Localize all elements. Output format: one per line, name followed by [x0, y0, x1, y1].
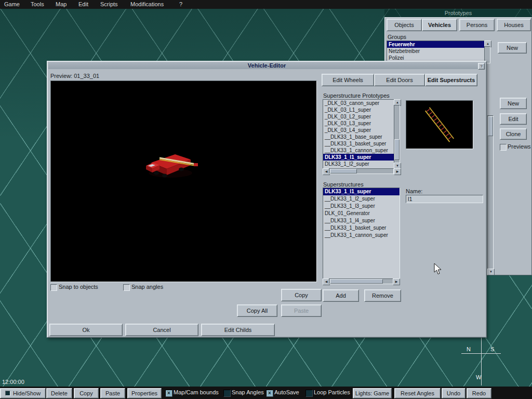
tab-objects[interactable]: Objects: [387, 19, 422, 31]
tab-vehicles[interactable]: Vehicles: [422, 19, 457, 31]
lights-button[interactable]: Lights: Game: [353, 388, 392, 398]
vehicle-editor-dialog: Vehicle-Editor ? Preview: 01_33_01 Edit …: [47, 61, 487, 338]
right-arrow-icon[interactable]: ▶: [393, 278, 400, 285]
fire-truck-preview: [142, 141, 209, 185]
snap-angles-checkbox[interactable]: [123, 284, 130, 291]
list-item-super[interactable]: __DLK33_1_l3_super: [323, 203, 400, 210]
list-item-group[interactable]: Netzbetreiber: [387, 48, 485, 55]
list-item-super[interactable]: __DLK33_1_basket_super: [323, 224, 400, 232]
preview-label: Preview: 01_33_01: [50, 73, 99, 79]
prototype-new-button[interactable]: New: [500, 98, 527, 109]
list-item-proto[interactable]: _DLK_03_L2_super: [323, 113, 394, 120]
cancel-button[interactable]: Cancel: [125, 324, 198, 336]
menu-game[interactable]: Game: [4, 1, 20, 7]
menu-tools[interactable]: Tools: [31, 1, 44, 7]
list-item-super[interactable]: __DLK33_1_l4_super: [323, 217, 400, 224]
superstructures-list: DLK33_1_l1_super __DLK33_1_l2_super __DL…: [323, 188, 400, 279]
hide-show-label: Hide/Show: [13, 390, 41, 396]
proto-list-scrollbar-thumb[interactable]: [394, 139, 400, 160]
compass-west-label: W: [476, 374, 481, 380]
copy-all-button[interactable]: Copy All: [237, 304, 277, 317]
previews-checkbox-label: Previews: [508, 143, 531, 150]
vehicle-preview-viewport[interactable]: [50, 81, 317, 282]
list-item-super[interactable]: __DLK33_1_cannon_super: [323, 232, 400, 239]
list-item-super[interactable]: DLK_01_Generator: [323, 210, 400, 217]
delete-button[interactable]: Delete: [46, 388, 72, 398]
down-arrow-icon[interactable]: ▼: [487, 269, 495, 275]
remove-button[interactable]: Remove: [364, 289, 401, 302]
list-item-proto[interactable]: _DLK_03_canon_super: [323, 100, 394, 107]
new-group-button[interactable]: New: [498, 42, 527, 54]
autosave-checkbox[interactable]: ×: [266, 390, 273, 397]
edit-superstructs-button[interactable]: Edit Superstructs: [425, 74, 477, 86]
edit-childs-button[interactable]: Edit Childs: [201, 324, 275, 336]
add-button[interactable]: Add: [323, 289, 359, 302]
name-label: Name:: [406, 188, 422, 194]
list-item-proto[interactable]: DLK33_1_l1_super: [323, 154, 394, 161]
undo-button[interactable]: Undo: [442, 388, 466, 398]
menu-modifications[interactable]: Modifications: [130, 1, 164, 7]
list-item-proto[interactable]: __DLK33_1_base_super: [323, 134, 394, 140]
paste-button[interactable]: Paste: [281, 304, 322, 317]
snap-angles-label: Snap angles: [131, 284, 163, 290]
prototypes-scrollbar[interactable]: [487, 115, 494, 269]
map-cam-bounds-label: Map/Cam bounds: [174, 389, 219, 395]
menu-scripts[interactable]: Scripts: [100, 1, 118, 7]
menu-map[interactable]: Map: [56, 1, 66, 7]
loop-particles-label: Loop Particles: [314, 389, 350, 395]
groups-label: Groups: [388, 34, 406, 40]
snap-to-objects-label: Snap to objects: [59, 284, 98, 290]
map-cam-bounds-checkbox[interactable]: ×: [165, 390, 172, 397]
prototype-clone-button[interactable]: Clone: [500, 128, 527, 140]
snap-angles-checkbox[interactable]: [223, 390, 231, 397]
hide-show-icon: [5, 391, 10, 396]
edit-doors-button[interactable]: Edit Doors: [374, 74, 425, 86]
prototype-edit-button[interactable]: Edit: [500, 113, 527, 125]
copy-button[interactable]: Copy: [281, 289, 322, 301]
compass-south-label: S: [490, 346, 494, 352]
help-icon[interactable]: ?: [478, 63, 485, 70]
superstructures-label: Superstructures: [323, 181, 364, 188]
superstructure-prototypes-label: Superstructure Prototypes: [323, 92, 390, 99]
reset-angles-button[interactable]: Reset Angles: [394, 388, 441, 398]
name-field[interactable]: [406, 195, 483, 203]
properties-button[interactable]: Properties: [127, 388, 162, 398]
menu-help[interactable]: ?: [179, 1, 182, 7]
groups-list: Feuerwehr Netzbetreiber Polizei: [387, 41, 485, 63]
redo-button[interactable]: Redo: [467, 388, 491, 398]
paste-button[interactable]: Paste: [100, 388, 125, 398]
list-item-proto[interactable]: _DLK_03_L4_super: [323, 127, 394, 134]
prototypes-panel-title[interactable]: Prototypes: [384, 9, 532, 17]
list-item-super[interactable]: DLK33_1_l1_super: [323, 188, 400, 195]
list-item-group[interactable]: Feuerwehr: [387, 41, 485, 48]
tab-houses[interactable]: Houses: [497, 19, 531, 31]
menu-edit[interactable]: Edit: [78, 1, 88, 7]
list-item-proto[interactable]: __DLK33_1_basket_super: [323, 140, 394, 147]
bottom-toolbar: Hide/Show Delete Copy Paste Properties ×…: [0, 387, 532, 399]
list-item-super[interactable]: __DLK33_1_l2_super: [323, 195, 400, 203]
edit-wheels-button[interactable]: Edit Wheels: [322, 74, 374, 86]
super-list-hscrollbar-thumb[interactable]: [330, 279, 383, 284]
loop-particles-checkbox[interactable]: [305, 390, 313, 397]
proto-list-hscrollbar-thumb[interactable]: [330, 169, 357, 174]
copy-button[interactable]: Copy: [74, 388, 99, 398]
vehicle-editor-titlebar[interactable]: Vehicle-Editor: [48, 62, 485, 69]
ladder-preview: [406, 101, 473, 149]
tab-persons[interactable]: Persons: [459, 19, 495, 31]
superstructure-preview-viewport[interactable]: [406, 100, 473, 149]
list-item-proto[interactable]: __DLK33_1_cannon_super: [323, 147, 394, 154]
list-item-proto[interactable]: _DLK_03_L3_super: [323, 120, 394, 127]
previews-checkbox[interactable]: [500, 144, 507, 151]
list-item-proto[interactable]: _DLK_03_L1_super: [323, 107, 394, 113]
prototypes-scrollbar-thumb[interactable]: [488, 116, 493, 136]
list-item-proto[interactable]: DLK33_1_l2_super: [323, 161, 394, 167]
snap-angles-label: Snap Angles: [232, 389, 264, 395]
snap-to-objects-checkbox[interactable]: [50, 284, 57, 291]
compass-north-label: N: [467, 346, 471, 352]
superstructure-prototypes-list: _DLK_03_canon_super _DLK_03_L1_super _DL…: [323, 99, 394, 169]
hide-show-button[interactable]: Hide/Show: [0, 388, 46, 398]
compass-horizontal-line: [461, 353, 501, 354]
ok-button[interactable]: Ok: [49, 324, 123, 336]
right-arrow-icon[interactable]: ▶: [394, 168, 401, 175]
clock-display: 12:00:00: [2, 379, 24, 385]
